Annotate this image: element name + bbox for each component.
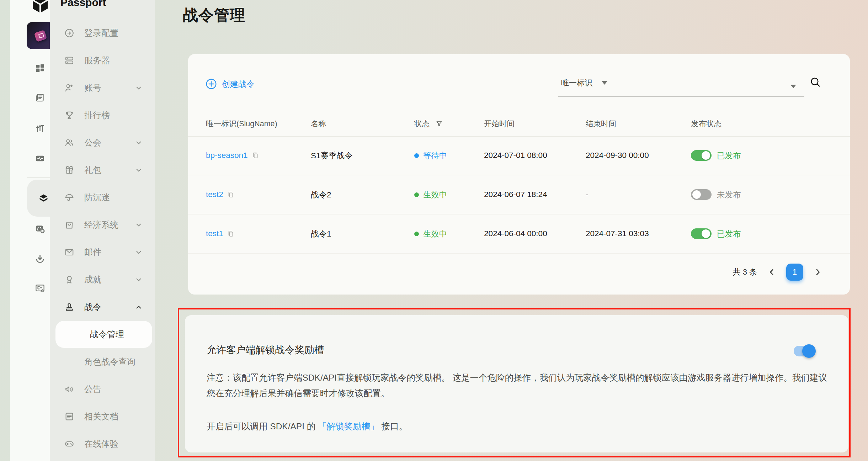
end-time: 2024-09-30 00:00 — [586, 151, 691, 160]
battlepass-name: 战令1 — [311, 228, 414, 239]
slug-link[interactable]: test2 — [206, 190, 223, 199]
col-slugname: 唯一标识(SlugName) — [206, 118, 311, 129]
sidebar-item-5[interactable]: 礼包 — [50, 156, 155, 184]
sidebar-item-10[interactable]: 战令 — [50, 293, 155, 320]
sidebar-title: Passport — [60, 0, 106, 9]
next-page-icon[interactable] — [813, 267, 823, 277]
publish-toggle[interactable] — [691, 150, 712, 161]
plus-circle-icon — [205, 78, 217, 90]
rail-activity-icon[interactable] — [31, 150, 48, 167]
sidebar-subitem-label: 战令管理 — [90, 329, 124, 340]
rail-news-icon[interactable] — [31, 89, 48, 106]
sidebar-item-label: 公告 — [84, 383, 155, 395]
setting-tip: 开启后可以调用 SDK/API 的 「解锁奖励槽」 接口。 — [207, 420, 408, 432]
tip-suffix: 接口。 — [379, 422, 408, 431]
start-time: 2024-06-07 18:24 — [484, 190, 586, 199]
sidebar-item-14[interactable]: 相关文档 — [50, 403, 155, 430]
bag-icon — [64, 219, 75, 230]
toggle-knob — [692, 190, 701, 199]
setting-title: 允许客户端解锁战令奖励槽 — [207, 344, 324, 356]
status-badge: 等待中 — [414, 150, 484, 161]
copy-icon[interactable] — [227, 230, 235, 238]
sidebar-item-0[interactable]: 登录配置 — [50, 19, 155, 47]
client-unlock-toggle[interactable] — [794, 346, 814, 356]
tip-prefix: 开启后可以调用 SDK/API 的 — [207, 422, 318, 431]
status-dot-icon — [414, 192, 419, 197]
battlepass-name: 战令2 — [311, 189, 414, 200]
sidebar-item-label: 登录配置 — [84, 27, 155, 39]
filter-funnel-icon[interactable] — [435, 120, 443, 128]
chevron-down-icon — [134, 138, 143, 147]
sidebar-subitem-12[interactable]: 角色战令查询 — [50, 348, 155, 375]
status-badge: 生效中 — [414, 228, 484, 239]
sidebar-item-3[interactable]: 排行榜 — [50, 101, 155, 129]
toggle-knob — [702, 151, 710, 160]
create-battlepass-button[interactable]: 创建战令 — [205, 76, 255, 92]
app-window: Passport 登录配置服务器账号排行榜公会礼包防沉迷经济系统邮件成就战令战令… — [0, 0, 868, 461]
stamp-icon — [64, 302, 75, 312]
rail-download-icon[interactable] — [31, 250, 48, 267]
search-dropdown-caret-icon[interactable] — [790, 85, 796, 88]
chevron-down-icon — [134, 248, 143, 257]
sidebar-item-13[interactable]: 公告 — [50, 375, 155, 403]
sidebar-item-1[interactable]: 服务器 — [50, 47, 155, 74]
start-time: 2024-06-04 00:00 — [484, 229, 586, 238]
sidebar-item-9[interactable]: 成就 — [50, 266, 155, 293]
sidebar-subitem-11[interactable]: 战令管理 — [50, 320, 155, 348]
end-time: 2024-07-31 03:03 — [586, 229, 691, 238]
sidebar-item-label: 相关文档 — [84, 411, 155, 422]
main-content: 战令管理 创建战令 唯一标识 唯一标识(SlugName) — [155, 0, 868, 461]
rail-pipeline-icon[interactable] — [31, 280, 48, 297]
active-subitem-pill: 战令管理 — [55, 321, 152, 348]
medal-icon — [64, 274, 75, 285]
pagination: 共 3 条 1 — [733, 263, 823, 281]
copy-icon[interactable] — [227, 191, 235, 198]
trophy-icon — [64, 110, 75, 121]
rail-cloud-code-icon[interactable] — [31, 220, 48, 237]
table-row-test2: test2战令2生效中2024-06-07 18:24-未发布 — [188, 175, 850, 214]
unity-logo-icon[interactable] — [30, 0, 50, 14]
publish-label: 未发布 — [717, 189, 741, 200]
table-row-test1: test1战令1生效中2024-06-04 00:002024-07-31 03… — [188, 214, 850, 254]
slug-link[interactable]: bp-season1 — [206, 151, 248, 160]
sidebar-item-label: 服务器 — [84, 55, 155, 66]
sidebar-item-7[interactable]: 经济系统 — [50, 211, 155, 238]
danger-highlight-outline: 允许客户端解锁战令奖励槽 注意：该配置允许客户端SDK/API直接解锁玩家战令的… — [178, 308, 851, 457]
end-time: - — [586, 190, 691, 199]
sidebar-item-6[interactable]: 防沉迷 — [50, 184, 155, 211]
rail-sliders-icon[interactable] — [31, 120, 48, 137]
people-icon — [64, 137, 75, 148]
publish-toggle[interactable] — [691, 228, 712, 239]
publish-toggle[interactable] — [691, 189, 712, 200]
toggle-knob — [702, 229, 710, 238]
col-end-time: 结束时间 — [586, 118, 691, 129]
sidebar-item-label: 成就 — [84, 274, 134, 285]
publish-label: 已发布 — [717, 150, 741, 161]
prev-page-icon[interactable] — [767, 267, 777, 277]
sidebar-item-15[interactable]: 在线体验 — [50, 430, 155, 457]
sidebar-item-label: 邮件 — [84, 247, 134, 258]
copy-icon[interactable] — [251, 152, 259, 159]
create-button-label: 创建战令 — [222, 79, 255, 90]
start-time: 2024-07-01 08:00 — [484, 151, 586, 160]
search-input[interactable] — [558, 79, 804, 97]
sidebar-item-label: 礼包 — [84, 164, 134, 176]
mail-icon — [64, 247, 75, 258]
sidebar-item-label: 公会 — [84, 137, 134, 148]
search-button[interactable] — [809, 76, 824, 90]
rail-dashboard-icon[interactable] — [31, 59, 48, 76]
page-number-button[interactable]: 1 — [786, 264, 803, 281]
col-name: 名称 — [311, 118, 414, 129]
sidebar-subitem-label: 角色战令查询 — [84, 356, 135, 367]
status-dot-icon — [414, 153, 419, 158]
icon-rail — [10, 0, 50, 461]
client-unlock-setting-card: 允许客户端解锁战令奖励槽 注意：该配置允许客户端SDK/API直接解锁玩家战令的… — [185, 315, 848, 452]
sidebar-item-2[interactable]: 账号 — [50, 74, 155, 101]
slug-link[interactable]: test1 — [206, 229, 223, 238]
sidebar-item-8[interactable]: 邮件 — [50, 238, 155, 266]
sidebar-item-label: 在线体验 — [84, 438, 155, 450]
sidebar-item-4[interactable]: 公会 — [50, 129, 155, 156]
gift-icon — [64, 165, 75, 175]
search-icon — [809, 76, 821, 88]
unlock-reward-slot-link[interactable]: 「解锁奖励槽」 — [318, 422, 379, 431]
